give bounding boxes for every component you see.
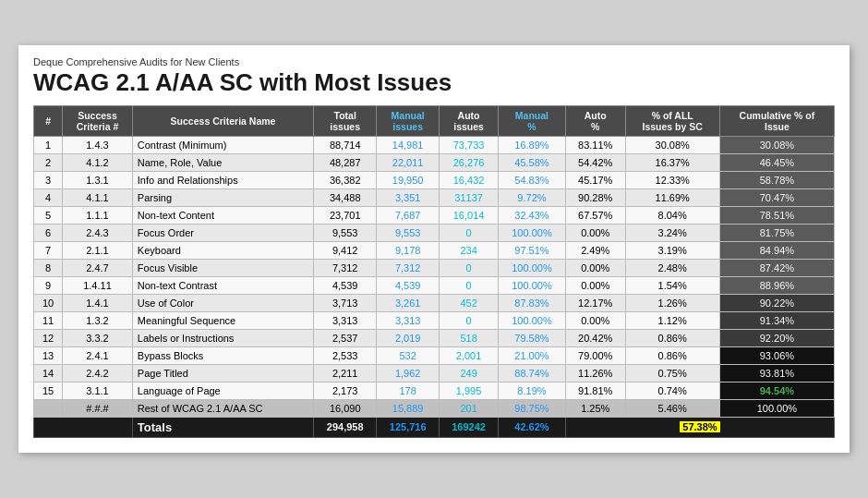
cell-pct-all: 12.33% xyxy=(625,171,719,188)
cell-name: Parsing xyxy=(132,188,313,206)
cell-name: Focus Visible xyxy=(132,259,313,276)
cell-cumulative: 92.20% xyxy=(719,329,834,346)
cell-sc: 2.4.2 xyxy=(63,364,133,382)
cell-sc: 1.4.11 xyxy=(63,276,133,294)
cell-manual-issues: 9,553 xyxy=(377,224,440,241)
cell-auto-pct: 91.81% xyxy=(565,382,625,399)
cell-cumulative: 91.34% xyxy=(719,311,834,329)
cell-auto-pct: 83.11% xyxy=(565,136,625,153)
cell-auto-pct: 2.49% xyxy=(565,241,625,259)
cell-sc: 1.4.1 xyxy=(63,294,133,311)
cell-auto-issues: 452 xyxy=(440,294,499,311)
cell-sc: 2.1.1 xyxy=(63,241,133,259)
cell-name: Bypass Blocks xyxy=(132,346,313,364)
cell-pct-all: 3.19% xyxy=(625,241,719,259)
cell-num: 14 xyxy=(34,364,63,382)
cell-cumulative: 30.08% xyxy=(719,136,834,153)
cell-manual-pct: 79.58% xyxy=(499,329,566,346)
cell-name: Keyboard xyxy=(132,241,313,259)
cell-cumulative: 46.45% xyxy=(719,153,834,171)
cell-auto-issues: 73,733 xyxy=(440,136,499,153)
cell-manual-pct: 87.83% xyxy=(499,294,566,311)
cell-auto-pct: 45.17% xyxy=(565,171,625,188)
cell-manual-issues: 19,950 xyxy=(377,171,440,188)
cell-name: Use of Color xyxy=(132,294,313,311)
cell-name: Language of Page xyxy=(132,382,313,399)
cell-cumulative: 87.42% xyxy=(719,259,834,276)
cell-total: 2,173 xyxy=(314,382,377,399)
cell-manual-issues: 3,313 xyxy=(377,311,440,329)
cell-num: 12 xyxy=(34,329,63,346)
cell-total: 4,539 xyxy=(314,276,377,294)
cell-manual-issues: 14,981 xyxy=(377,136,440,153)
cell-manual-pct: 9.72% xyxy=(499,188,566,206)
cell-auto-issues: 2,001 xyxy=(440,346,499,364)
cell-manual-pct: 21.00% xyxy=(499,346,566,364)
cell-auto-pct: 79.00% xyxy=(565,346,625,364)
cell-name: Contrast (Minimum) xyxy=(132,136,313,153)
cell-num: 9 xyxy=(34,276,63,294)
cell-pct-all: 3.24% xyxy=(625,224,719,241)
cell-auto-issues: 16,014 xyxy=(440,206,499,224)
cell-manual-issues: 3,261 xyxy=(377,294,440,311)
cell-sc: 1.3.2 xyxy=(63,311,133,329)
cell-sc: 2.4.7 xyxy=(63,259,133,276)
cell-manual-pct: 97.51% xyxy=(499,241,566,259)
report-title: WCAG 2.1 A/AA SC with Most Issues xyxy=(33,69,835,96)
cell-total: 2,533 xyxy=(314,346,377,364)
cell-pct-all: 0.86% xyxy=(625,329,719,346)
cell-num: 7 xyxy=(34,241,63,259)
cell-pct-all: 1.26% xyxy=(625,294,719,311)
cell-cumulative: 90.22% xyxy=(719,294,834,311)
cell-manual-pct: 16.89% xyxy=(499,136,566,153)
cell-sc: 2.4.3 xyxy=(63,224,133,241)
cell-pct-all: 0.86% xyxy=(625,346,719,364)
cell-cumulative: 58.78% xyxy=(719,171,834,188)
cell-manual-pct: 45.58% xyxy=(499,153,566,171)
cell-sc: 2.4.1 xyxy=(63,346,133,364)
cell-num: 8 xyxy=(34,259,63,276)
cell-auto-pct: 0.00% xyxy=(565,276,625,294)
cell-auto-pct: 20.42% xyxy=(565,329,625,346)
cell-pct-all: 30.08% xyxy=(625,136,719,153)
cell-total: 9,412 xyxy=(314,241,377,259)
col-pct-all: % of ALLIssues by SC xyxy=(625,105,719,136)
cell-auto-issues: 26,276 xyxy=(440,153,499,171)
cell-manual-pct: 32.43% xyxy=(499,206,566,224)
cell-num: 3 xyxy=(34,171,63,188)
cell-sc: 1.4.3 xyxy=(63,136,133,153)
cell-manual-issues: 178 xyxy=(377,382,440,399)
cell-manual-issues: 2,019 xyxy=(377,329,440,346)
cell-name: Non-text Contrast xyxy=(132,276,313,294)
cell-auto-pct: 11.26% xyxy=(565,364,625,382)
cell-pct-all: 11.69% xyxy=(625,188,719,206)
col-name: Success Criteria Name xyxy=(132,105,313,136)
cell-num: 10 xyxy=(34,294,63,311)
cell-manual-issues: 22,011 xyxy=(377,153,440,171)
cell-total: 7,312 xyxy=(314,259,377,276)
cell-name: Page Titled xyxy=(132,364,313,382)
cell-sc: 4.1.2 xyxy=(63,153,133,171)
cell-auto-pct: 1.25% xyxy=(565,399,625,417)
col-cumulative: Cumulative % ofIssue xyxy=(719,105,834,136)
cell-auto-issues: 31137 xyxy=(440,188,499,206)
cell-num: 5 xyxy=(34,206,63,224)
cell-pct-all: 8.04% xyxy=(625,206,719,224)
subtitle: Deque Comprehensive Audits for New Clien… xyxy=(33,56,835,67)
totals-label: Totals xyxy=(132,417,313,437)
cell-cumulative: 94.54% xyxy=(719,382,834,399)
cell-manual-issues: 1,962 xyxy=(377,364,440,382)
cell-auto-issues: 16,432 xyxy=(440,171,499,188)
cell-cumulative: 100.00% xyxy=(719,399,834,417)
col-total: Totalissues xyxy=(314,105,377,136)
cell-cumulative: 81.75% xyxy=(719,224,834,241)
cell-num: 1 xyxy=(34,136,63,153)
cell-cumulative: 70.47% xyxy=(719,188,834,206)
cell-cumulative: 78.51% xyxy=(719,206,834,224)
col-manual-pct: Manual% xyxy=(499,105,566,136)
cell-auto-issues: 234 xyxy=(440,241,499,259)
cell-manual-pct: 100.00% xyxy=(499,311,566,329)
cell-manual-pct: 100.00% xyxy=(499,259,566,276)
cell-auto-pct: 67.57% xyxy=(565,206,625,224)
cell-total: 16,090 xyxy=(314,399,377,417)
